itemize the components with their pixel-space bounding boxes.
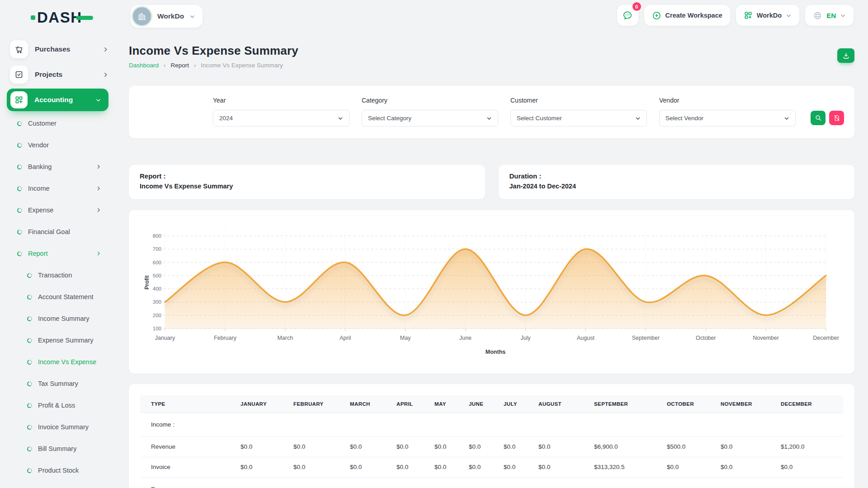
filter-field-year: Year2024: [213, 97, 349, 127]
svg-text:May: May: [400, 335, 411, 341]
svg-text:December: December: [813, 335, 839, 341]
sidebar-subitem-report[interactable]: Report: [0, 243, 118, 264]
table-group-label: Expense :: [140, 477, 843, 488]
table-header-cell: TYPE: [140, 395, 230, 413]
chevron-right-icon: [96, 164, 101, 169]
summary-card: Duration :Jan-2024 to Dec-2024: [499, 165, 855, 199]
chevron-right-icon: [103, 47, 108, 52]
category-select[interactable]: Select Category: [362, 110, 498, 127]
sidebar-subitem-label: Banking: [28, 163, 96, 170]
bullet-icon: [27, 359, 33, 365]
sidebar-subitem-label: Income: [28, 185, 96, 192]
breadcrumb-link[interactable]: Dashboard: [129, 62, 159, 69]
sidebar-item-projects[interactable]: Projects: [0, 62, 118, 87]
svg-text:July: July: [520, 335, 531, 341]
grid-plus-icon: [14, 95, 24, 104]
breadcrumb-current: Income Vs Expense Summary: [201, 62, 283, 69]
table-header-cell: JUNE: [458, 395, 493, 413]
chevron-down-icon: [486, 116, 492, 121]
sidebar-report-item-label: Income Summary: [38, 315, 101, 322]
profit-area-chart: 100200300400500600700800 JanuaryFebruary…: [142, 222, 841, 371]
download-icon: [842, 52, 850, 60]
select-value: Select Vendor: [665, 115, 703, 122]
sidebar-report-item-profit-loss[interactable]: Profit & Loss: [0, 394, 118, 416]
app-logo[interactable]: DASH: [31, 10, 93, 25]
sidebar-report-item-transaction[interactable]: Transaction: [0, 264, 118, 286]
sidebar-report-item-label: Invoice Summary: [38, 423, 101, 431]
sidebar-report-item-income-summary[interactable]: Income Summary: [0, 308, 118, 329]
sidebar-item-label: Purchases: [35, 45, 103, 53]
sidebar: DASH PurchasesProjectsAccountingCustomer…: [0, 0, 118, 488]
sidebar-report-item-label: Profit & Loss: [38, 402, 101, 409]
download-button[interactable]: [837, 48, 854, 63]
summary-card: Report :Income Vs Expense Summary: [129, 165, 485, 199]
income-vs-expense-table: TYPEJANUARYFEBRUARYMARCHAPRILMAYJUNEJULY…: [140, 395, 843, 488]
reset-filter-button[interactable]: [829, 111, 844, 125]
sidebar-report-item-product-stock[interactable]: Product Stock: [0, 460, 118, 481]
main-content: Income Vs Expense Summary Dashboard›Repo…: [129, 0, 854, 488]
chevron-right-icon: [103, 72, 108, 78]
table-header-cell: DECEMBER: [770, 395, 843, 413]
chevron-holder: [95, 97, 101, 103]
svg-text:200: 200: [153, 313, 161, 318]
sidebar-report-item-label: Product Stock: [38, 467, 101, 474]
chevron-holder: [784, 116, 789, 121]
bullet-icon: [17, 142, 23, 148]
sidebar-report-item-income-vs-expense[interactable]: Income Vs Expense: [0, 351, 118, 373]
sidebar-report-item-invoice-summary[interactable]: Invoice Summary: [0, 416, 118, 438]
filter-off-icon: [833, 114, 840, 122]
sidebar-report-item-label: Transaction: [38, 272, 101, 279]
chevron-holder: [338, 116, 343, 121]
sidebar-report-item-expense-summary[interactable]: Expense Summary: [0, 329, 118, 351]
sidebar-subitem-vendor[interactable]: Vendor: [0, 134, 118, 156]
sidebar-subitem-customer[interactable]: Customer: [0, 113, 118, 134]
table-header-cell: JANUARY: [230, 395, 283, 413]
svg-text:April: April: [340, 335, 351, 341]
sidebar-report-item-tax-summary[interactable]: Tax Summary: [0, 373, 118, 394]
chevron-down-icon: [95, 97, 101, 103]
chevron-down-icon: [635, 116, 641, 121]
vendor-select[interactable]: Select Vendor: [659, 110, 796, 127]
breadcrumb-link[interactable]: Report: [170, 62, 189, 69]
svg-text:Months: Months: [486, 349, 505, 355]
table-cell-value: $6,900.0: [583, 436, 656, 457]
bullet-icon: [27, 402, 33, 408]
logo-dash-icon: [76, 16, 93, 20]
filter-field-label: Category: [362, 97, 498, 104]
sidebar-report-item-bill-summary[interactable]: Bill Summary: [0, 438, 118, 460]
sidebar-item-accounting[interactable]: Accounting: [7, 89, 108, 111]
page-title: Income Vs Expense Summary: [129, 44, 854, 58]
sidebar-subitem-financial-goal[interactable]: Financial Goal: [0, 221, 118, 243]
table-cell-value: $0.0: [528, 436, 583, 457]
sidebar-subitem-banking[interactable]: Banking: [0, 156, 118, 178]
chevron-holder: [486, 116, 492, 121]
breadcrumb: Dashboard›Report›Income Vs Expense Summa…: [129, 62, 854, 69]
report-table-card: TYPEJANUARYFEBRUARYMARCHAPRILMAYJUNEJULY…: [129, 384, 854, 488]
sidebar-subitem-label: Report: [28, 250, 96, 257]
sidebar-report-item-account-statement[interactable]: Account Statement: [0, 286, 118, 308]
sidebar-report-item-cash-flow[interactable]: Cash Flow: [0, 481, 118, 488]
table-cell-value: $0.0: [710, 436, 770, 457]
year-select[interactable]: 2024: [213, 110, 349, 127]
sidebar-subitem-income[interactable]: Income: [0, 178, 118, 199]
svg-text:March: March: [277, 335, 293, 341]
bullet-icon: [27, 294, 33, 300]
summary-card-title: Duration :: [509, 172, 844, 180]
filter-card: Year2024CategorySelect CategoryCustomerS…: [129, 86, 854, 138]
table-cell-value: $0.0: [339, 436, 386, 457]
apply-filter-button[interactable]: [811, 111, 826, 125]
bullet-icon: [17, 207, 23, 213]
table-cell-type: Revenue: [140, 436, 230, 457]
svg-text:January: January: [155, 335, 175, 341]
chevron-holder: [96, 207, 101, 213]
sidebar-subitem-label: Customer: [28, 120, 101, 127]
sidebar-subitem-expense[interactable]: Expense: [0, 199, 118, 221]
table-header-cell: APRIL: [386, 395, 424, 413]
sidebar-item-purchases[interactable]: Purchases: [0, 37, 118, 62]
customer-select[interactable]: Select Customer: [510, 110, 647, 127]
table-cell-value: $0.0: [656, 457, 710, 477]
bullet-icon: [27, 446, 33, 451]
table-cell-value: $0.0: [710, 457, 770, 477]
filter-actions: [811, 111, 844, 125]
table-row: Invoice$0.0$0.0$0.0$0.0$0.0$0.0$0.0$0.0$…: [140, 457, 843, 477]
